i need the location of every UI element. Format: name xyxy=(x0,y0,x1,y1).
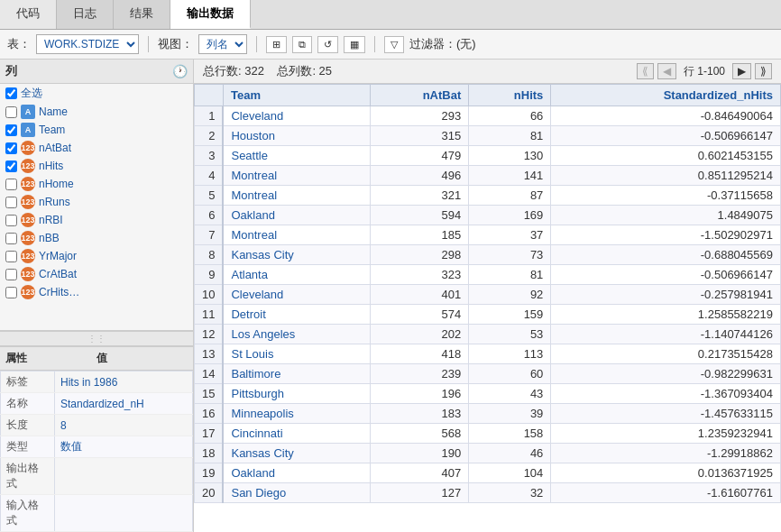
col-header-nHits[interactable]: nHits xyxy=(469,85,551,106)
prop-val-len: 8 xyxy=(55,415,193,436)
nav-prev-btn[interactable]: ◀ xyxy=(657,63,676,79)
prop-row-type: 类型 数值 xyxy=(1,436,193,458)
col-item-nBB[interactable]: 123 nBB xyxy=(0,229,193,247)
col-checkbox-Team[interactable] xyxy=(5,124,17,136)
prop-val-tag: Hits in 1986 xyxy=(55,371,193,393)
select-all-item[interactable]: 全选 xyxy=(0,84,193,103)
cell-rownum: 13 xyxy=(195,344,224,364)
col-item-nHome[interactable]: 123 nHome xyxy=(0,175,193,193)
nav-next-btn[interactable]: ▶ xyxy=(732,63,751,79)
cell-team: Houston xyxy=(223,126,370,146)
nav-last-btn[interactable]: ⟫ xyxy=(755,63,772,79)
col-icon-nBB: 123 xyxy=(21,231,35,245)
cell-col4: -0.688045569 xyxy=(551,245,781,265)
col-checkbox-nHome[interactable] xyxy=(5,179,17,190)
cell-col2: 293 xyxy=(370,106,469,126)
cell-rownum: 15 xyxy=(195,384,224,404)
clock-icon: 🕐 xyxy=(172,64,188,78)
col-item-Team[interactable]: A Team xyxy=(0,121,193,139)
col-item-Name[interactable]: A Name xyxy=(0,103,193,121)
view-select[interactable]: 列名 xyxy=(198,34,247,54)
col-item-nHits[interactable]: 123 nHits xyxy=(0,157,193,175)
cell-col4: 0.0136371925 xyxy=(551,463,781,483)
cell-col2: 298 xyxy=(370,245,469,265)
col-checkbox-nHits[interactable] xyxy=(5,161,17,172)
cell-team: Detroit xyxy=(223,305,370,325)
toolbar-sep-3 xyxy=(374,36,375,52)
table-row: 9Atlanta32381-0.506966147 xyxy=(195,265,781,285)
col-checkbox-nRBI[interactable] xyxy=(5,215,17,226)
tab-log[interactable]: 日志 xyxy=(57,0,114,29)
table-row: 13St Louis4181130.2173515428 xyxy=(195,344,781,364)
cell-col3: 37 xyxy=(469,225,551,245)
col-item-nRuns[interactable]: 123 nRuns xyxy=(0,193,193,211)
cell-rownum: 19 xyxy=(195,463,224,483)
col-checkbox-YrMajor[interactable] xyxy=(5,251,17,262)
cell-rownum: 14 xyxy=(195,364,224,384)
col-checkbox-nRuns[interactable] xyxy=(5,197,17,208)
col-item-YrMajor[interactable]: 123 YrMajor xyxy=(0,247,193,265)
cell-rownum: 2 xyxy=(195,126,224,146)
col-label-YrMajor: YrMajor xyxy=(39,250,77,262)
cell-col3: 158 xyxy=(469,424,551,444)
col-item-CrAtBat[interactable]: 123 CrAtBat xyxy=(0,265,193,283)
col-checkbox-CrAtBat[interactable] xyxy=(5,269,17,280)
toolbar-btn-copy[interactable]: ⧉ xyxy=(292,36,312,53)
prop-val-outfmt xyxy=(55,458,193,495)
col-item-nRBI[interactable]: 123 nRBI xyxy=(0,211,193,229)
nav-first-btn[interactable]: ⟪ xyxy=(637,63,654,79)
data-info-bar: 总行数: 322 总列数: 25 ⟪ ◀ 行 1-100 ▶ ⟫ xyxy=(194,60,781,84)
cell-rownum: 9 xyxy=(195,265,224,285)
cell-rownum: 12 xyxy=(195,325,224,344)
right-panel: 总行数: 322 总列数: 25 ⟪ ◀ 行 1-100 ▶ ⟫ Team nA xyxy=(194,60,781,532)
cell-team: Oakland xyxy=(223,463,370,483)
cell-team: San Diego xyxy=(223,483,370,503)
col-item-CrHits[interactable]: 123 CrHits… xyxy=(0,283,193,301)
toolbar-btn-cols[interactable]: ▦ xyxy=(344,36,365,53)
col-checkbox-nBB[interactable] xyxy=(5,233,17,244)
cell-col2: 202 xyxy=(370,325,469,344)
col-header-nAtBat[interactable]: nAtBat xyxy=(370,85,469,106)
col-label-CrHits: CrHits… xyxy=(39,286,79,298)
cell-col3: 169 xyxy=(469,206,551,225)
cell-rownum: 6 xyxy=(195,206,224,225)
table-row: 7Montreal18537-1.502902971 xyxy=(195,225,781,245)
cell-col2: 315 xyxy=(370,126,469,146)
cell-col3: 87 xyxy=(469,186,551,206)
resize-handle[interactable]: ⋮⋮ xyxy=(0,331,193,346)
cell-team: Seattle xyxy=(223,146,370,166)
col-checkbox-Name[interactable] xyxy=(5,106,17,118)
col-checkbox-nAtBat[interactable] xyxy=(5,142,17,154)
select-all-checkbox[interactable] xyxy=(5,87,17,99)
cell-col4: -1.140744126 xyxy=(551,325,781,344)
cell-col3: 46 xyxy=(469,444,551,463)
tab-results[interactable]: 结果 xyxy=(114,0,170,29)
cell-rownum: 16 xyxy=(195,404,224,424)
tab-code[interactable]: 代码 xyxy=(0,0,57,29)
table-select[interactable]: WORK.STDIZE xyxy=(36,34,139,54)
col-header-Team[interactable]: Team xyxy=(223,85,370,106)
cell-col4: -0.846490064 xyxy=(551,106,781,126)
col-checkbox-CrHits[interactable] xyxy=(5,287,17,298)
toolbar-btn-refresh[interactable]: ↺ xyxy=(317,36,338,53)
cell-rownum: 10 xyxy=(195,285,224,305)
cell-rownum: 5 xyxy=(195,186,224,206)
table-row: 14Baltimore23960-0.982299631 xyxy=(195,364,781,384)
col-item-nAtBat[interactable]: 123 nAtBat xyxy=(0,139,193,157)
cell-rownum: 7 xyxy=(195,225,224,245)
tab-output[interactable]: 输出数据 xyxy=(170,0,251,29)
toolbar-btn-grid[interactable]: ⊞ xyxy=(266,36,287,53)
table-row: 4Montreal4961410.8511295214 xyxy=(195,166,781,186)
data-table-wrap[interactable]: Team nAtBat nHits Standardized_nHits 1Cl… xyxy=(194,84,781,532)
table-row: 17Cincinnati5681581.2359232941 xyxy=(195,424,781,444)
cell-col2: 323 xyxy=(370,265,469,285)
cell-team: Montreal xyxy=(223,225,370,245)
cell-team: Oakland xyxy=(223,206,370,225)
col-label-nAtBat: nAtBat xyxy=(39,142,71,154)
toolbar-btn-filter[interactable]: ▽ xyxy=(384,36,404,53)
col-header-Standardized_nHits[interactable]: Standardized_nHits xyxy=(551,85,781,106)
cell-col3: 32 xyxy=(469,483,551,503)
cell-col4: -1.457633115 xyxy=(551,404,781,424)
col-icon-nHome: 123 xyxy=(21,177,35,191)
col-icon-Team: A xyxy=(21,123,35,137)
